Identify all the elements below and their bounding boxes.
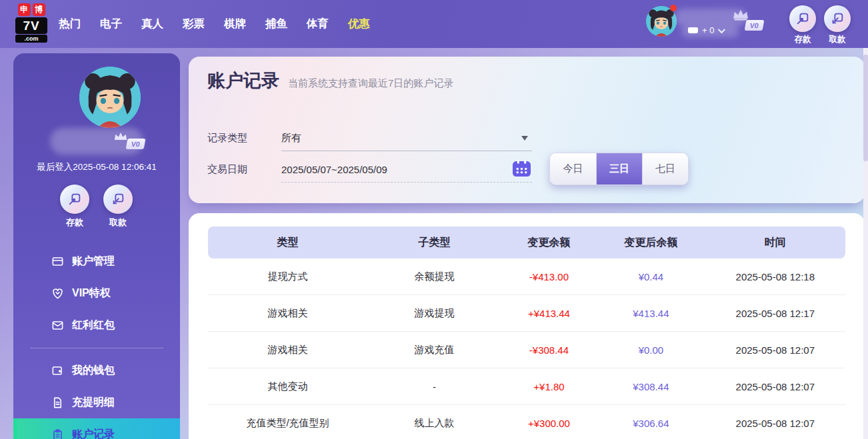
- brand-logo[interactable]: 申 博 7V .com: [13, 3, 49, 43]
- nav-item-promo[interactable]: 优惠: [348, 17, 370, 31]
- brand-badges: 申 博: [18, 3, 45, 16]
- sidebar-item-my-wallet[interactable]: 我的钱包: [13, 354, 180, 386]
- range-three-days-button[interactable]: 三日: [596, 153, 642, 185]
- last-login-text: 最后登入2025-05-08 12:06:41: [13, 161, 180, 173]
- nav-item-fishing[interactable]: 捕鱼: [265, 17, 287, 31]
- page-subtitle: 当前系统支持查询最近7日的账户记录: [288, 77, 453, 90]
- col-header-subtype: 子类型: [367, 236, 501, 250]
- file-icon: [51, 396, 64, 409]
- sidebar-menu: 账户管理 VIP特权 红利红包 我的钱包 充提明细 账户记录: [13, 245, 180, 439]
- sidebar-item-label: VIP特权: [72, 286, 111, 300]
- scrollbar-thumb[interactable]: [863, 55, 868, 161]
- balance-text: + 0: [702, 25, 714, 35]
- clipboard-icon: [51, 428, 64, 439]
- sidebar-item-label: 充提明细: [72, 396, 115, 410]
- profile-avatar[interactable]: [79, 67, 141, 128]
- withdraw-label: 取款: [109, 217, 127, 228]
- table-row: 游戏相关 游戏提现 +¥413.44 ¥413.44 2025-05-08 12…: [208, 295, 845, 332]
- nav-item-lottery[interactable]: 彩票: [183, 17, 205, 31]
- sidebar-item-account-management[interactable]: 账户管理: [13, 245, 180, 277]
- wallet-icon: [688, 27, 698, 33]
- sidebar-deposit-button[interactable]: 存款: [60, 185, 89, 228]
- cell-subtype: 游戏提现: [367, 307, 501, 320]
- cell-type: 游戏相关: [208, 344, 367, 356]
- sidebar-item-bonus-redpacket[interactable]: 红利红包: [13, 309, 180, 341]
- sidebar: V0 最后登入2025-05-08 12:06:41 存款 取款 账户管理 VI…: [13, 53, 180, 439]
- records-table-card: 类型 子类型 变更余额 变更后余额 时间 提现方式 余额提现 -¥413.00 …: [189, 213, 865, 439]
- cell-time: 2025-05-08 12:18: [705, 271, 845, 282]
- sidebar-withdraw-button[interactable]: 取款: [103, 185, 133, 228]
- app-screen: 申 博 7V .com 热门 电子 真人 彩票 棋牌 捕鱼 体育 优惠: [0, 0, 868, 439]
- cell-subtype: -: [367, 381, 501, 392]
- cell-change: +¥413.44: [501, 308, 597, 319]
- withdraw-icon: [103, 185, 133, 214]
- record-type-select[interactable]: 所有: [281, 125, 532, 151]
- deposit-icon: [789, 5, 816, 32]
- deposit-icon: [60, 185, 89, 214]
- cell-type: 提现方式: [208, 270, 367, 283]
- calendar-icon[interactable]: [513, 160, 531, 179]
- quick-range-group: 今日 三日 七日: [549, 153, 689, 185]
- nav-item-hot[interactable]: 热门: [59, 17, 81, 31]
- page-title: 账户记录: [207, 69, 279, 93]
- col-header-change: 变更余额: [501, 236, 597, 250]
- cell-change: -¥308.44: [501, 344, 597, 356]
- title-row: 账户记录 当前系统支持查询最近7日的账户记录: [207, 69, 453, 93]
- notification-dot: [670, 5, 677, 11]
- cell-type: 游戏相关: [208, 307, 367, 320]
- cell-subtype: 余额提现: [367, 270, 501, 283]
- cell-time: 2025-05-08 12:07: [705, 344, 845, 356]
- record-type-value: 所有: [281, 132, 301, 145]
- nav-item-sports[interactable]: 体育: [307, 17, 329, 31]
- menu-divider: [13, 341, 180, 354]
- sidebar-item-label: 我的钱包: [72, 364, 115, 378]
- brand-badge-left: 申: [18, 3, 31, 16]
- nav-item-chess[interactable]: 棋牌: [224, 17, 246, 31]
- cell-after-balance: ¥306.64: [597, 418, 705, 429]
- table-body: 提现方式 余额提现 -¥413.00 ¥0.44 2025-05-08 12:1…: [208, 258, 845, 439]
- top-navbar: 申 博 7V .com 热门 电子 真人 彩票 棋牌 捕鱼 体育 优惠: [0, 0, 868, 48]
- cell-after-balance: ¥308.44: [597, 381, 705, 392]
- scrollbar[interactable]: [863, 48, 868, 439]
- cell-time: 2025-05-08 12:17: [705, 308, 845, 319]
- range-today-button[interactable]: 今日: [550, 153, 596, 185]
- table-row: 游戏相关 游戏充值 -¥308.44 ¥0.00 2025-05-08 12:0…: [208, 332, 845, 368]
- dropdown-caret-icon[interactable]: [521, 136, 528, 141]
- sidebar-item-label: 红利红包: [72, 318, 115, 332]
- withdraw-button[interactable]: 取款: [823, 5, 852, 45]
- deposit-label: 存款: [795, 34, 811, 45]
- table-row: 其他变动 - +¥1.80 ¥308.44 2025-05-08 12:07: [208, 368, 845, 405]
- crown-icon: [113, 132, 128, 145]
- envelope-icon: [51, 319, 64, 332]
- withdraw-icon: [824, 5, 851, 32]
- cell-time: 2025-05-08 12:07: [705, 418, 845, 429]
- table-header-row: 类型 子类型 变更余额 变更后余额 时间: [208, 226, 845, 258]
- cell-after-balance: ¥0.44: [597, 271, 705, 282]
- sidebar-item-account-records[interactable]: 账户记录: [13, 418, 180, 439]
- col-header-time: 时间: [705, 236, 845, 250]
- brand-name: 7V: [15, 17, 47, 34]
- cell-subtype: 线上入款: [367, 417, 501, 430]
- col-header-after: 变更后余额: [597, 236, 705, 250]
- nav-item-live[interactable]: 真人: [141, 17, 163, 31]
- date-range-input[interactable]: 2025/05/07~2025/05/09: [281, 157, 532, 183]
- cell-after-balance: ¥413.44: [597, 308, 705, 319]
- deposit-button[interactable]: 存款: [788, 5, 817, 45]
- table-row: 充值类型/充值型别 线上入款 +¥300.00 ¥306.64 2025-05-…: [208, 405, 845, 439]
- sidebar-item-deposit-withdraw-details[interactable]: 充提明细: [13, 386, 180, 418]
- cell-type: 充值类型/充值型别: [208, 417, 367, 430]
- vip-level-badge: V0: [126, 139, 146, 149]
- cell-after-balance: ¥0.00: [597, 344, 705, 356]
- balance-row[interactable]: + 0: [688, 25, 723, 35]
- sidebar-item-label: 账户管理: [72, 254, 115, 268]
- brand-badge-right: 博: [33, 3, 45, 16]
- sidebar-item-label: 账户记录: [72, 428, 115, 439]
- wallet-icon: [51, 364, 64, 377]
- record-type-label: 记录类型: [207, 132, 247, 145]
- date-range-label: 交易日期: [207, 163, 247, 176]
- sidebar-item-vip-privileges[interactable]: VIP特权: [13, 277, 180, 309]
- range-seven-days-button[interactable]: 七日: [642, 153, 688, 185]
- nav-item-slots[interactable]: 电子: [100, 17, 122, 31]
- primary-nav: 热门 电子 真人 彩票 棋牌 捕鱼 体育 优惠: [59, 0, 370, 48]
- cell-change: +¥1.80: [501, 381, 597, 392]
